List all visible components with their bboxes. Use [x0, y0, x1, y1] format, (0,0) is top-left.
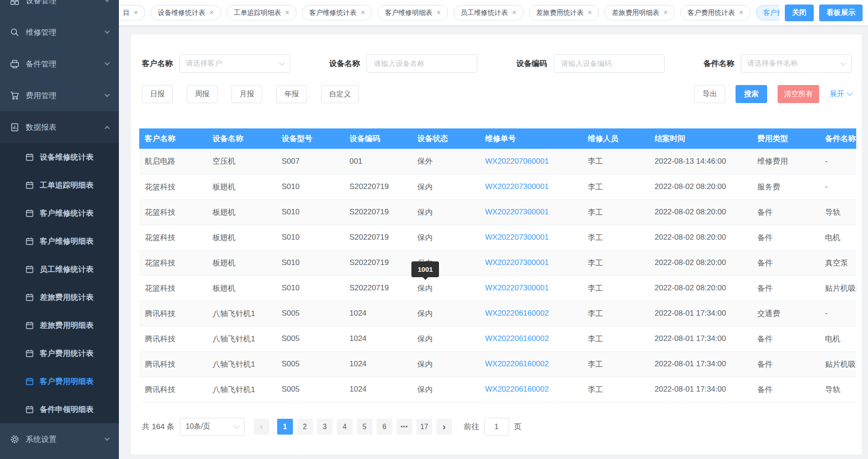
table-header-cell: 维修单号 [480, 128, 582, 149]
page-button[interactable]: 1 [277, 419, 293, 435]
select-placeholder: 请选择备件名称 [747, 59, 841, 68]
code-cell: S20220719 [344, 225, 412, 250]
sidebar-subitem[interactable]: 客户维修统计表 [0, 199, 119, 227]
sidebar-subitem[interactable]: 工单追踪明细表 [0, 171, 119, 199]
tab[interactable]: 客户费用统计表× [680, 5, 750, 20]
model-cell: S007 [276, 149, 344, 174]
model-cell: S010 [276, 174, 344, 199]
report-range-button[interactable]: 年报 [276, 85, 307, 103]
sidebar-subitem[interactable]: 差旅费用统计表 [0, 283, 119, 311]
sidebar-item-repair[interactable]: 维修管理 [0, 16, 119, 48]
sidebar-item-reports[interactable]: 数据报表 [0, 111, 119, 143]
prev-page-button[interactable]: ‹ [254, 419, 269, 435]
tab[interactable]: 目× [120, 5, 145, 20]
tab-close-icon[interactable]: × [436, 9, 440, 16]
tab[interactable]: 差旅费用统计表× [529, 5, 599, 20]
sidebar-subitem-label: 备件申领明细表 [40, 404, 94, 415]
table-wrap: 客户名称 设备名称 设备型号 设备编码 设备状态 维修单号 维修人员 结案时间 … [139, 128, 856, 402]
page-button[interactable]: 3 [317, 419, 333, 435]
board-view-button[interactable]: 看板展示 [819, 5, 863, 21]
tab-close-icon[interactable]: × [512, 9, 516, 16]
page-button[interactable]: 17 [416, 419, 432, 435]
expand-toggle[interactable]: 展开 [830, 90, 852, 99]
order-cell: WX202207300001 [480, 174, 582, 199]
calendar-icon [25, 265, 34, 274]
part-cell: - [820, 174, 856, 199]
table-row: 花篮科技板翅机S010S20220719保内WX202207300001李工20… [139, 225, 856, 250]
page-button[interactable]: ••• [396, 419, 412, 435]
sidebar-item-settings[interactable]: 系统设置 [0, 423, 119, 455]
worker-cell: 李工 [582, 174, 649, 199]
app-root: 设备管理 维修管理 备件管理 费用管理 数据报表 [0, 0, 868, 459]
table-header-cell: 设备状态 [412, 128, 480, 149]
repair-order-link[interactable]: WX202207300001 [485, 208, 549, 216]
sidebar-item-spares[interactable]: 备件管理 [0, 48, 119, 80]
export-button[interactable]: 导出 [694, 85, 725, 103]
tab-close-icon[interactable]: × [285, 9, 289, 16]
sidebar-subitem[interactable]: 客户费用统计表 [0, 339, 119, 367]
sidebar-item-costs[interactable]: 费用管理 [0, 80, 119, 111]
customer-cell: 花篮科技 [139, 174, 207, 199]
repair-order-link[interactable]: WX202207300001 [485, 258, 549, 267]
order-cell: WX202206160002 [480, 351, 582, 377]
tab-label: 工单追踪明细表 [234, 9, 281, 17]
tab[interactable]: 客户维修统计表× [302, 5, 372, 20]
goto-page-input[interactable] [484, 418, 509, 436]
page-button[interactable]: 2 [297, 419, 313, 435]
page-button[interactable]: 4 [337, 419, 353, 435]
sidebar-subitem[interactable]: 备件申领明细表 [0, 395, 119, 423]
tab-close-icon[interactable]: × [134, 9, 138, 16]
repair-order-link[interactable]: WX202206160002 [485, 334, 549, 343]
device-name-input[interactable] [373, 59, 471, 68]
next-page-button[interactable]: › [436, 419, 452, 435]
page-button[interactable]: 6 [377, 419, 392, 435]
tab[interactable]: 客户维修明细表× [377, 5, 448, 20]
report-range-button[interactable]: 周报 [187, 85, 217, 103]
repair-order-link[interactable]: WX202206160002 [485, 385, 549, 393]
report-range-button[interactable]: 自定义 [321, 85, 359, 103]
filter-part-name: 备件名称 请选择备件名称 [703, 54, 852, 73]
customer-select[interactable]: 请选择客户 [179, 54, 290, 73]
repair-order-link[interactable]: WX202207300001 [485, 182, 549, 191]
goto-label: 前往 [464, 421, 479, 432]
page-button[interactable]: 5 [357, 419, 373, 435]
tab-close-icon[interactable]: × [209, 9, 213, 16]
clear-all-button[interactable]: 清空所有 [778, 85, 819, 103]
tab[interactable]: 差旅费用明细表× [604, 5, 675, 20]
tab[interactable]: 客户费用明细表× [756, 5, 779, 20]
tab-close-icon[interactable]: × [361, 9, 365, 16]
page-size-select[interactable]: 10条/页 [180, 418, 245, 436]
code-cell: 1024 [344, 326, 412, 351]
tab[interactable]: 工单追踪明细表× [226, 5, 297, 20]
tab-label: 目 [123, 9, 130, 17]
repair-order-link[interactable]: WX202206160002 [485, 309, 549, 317]
search-button[interactable]: 搜索 [736, 85, 767, 103]
tab-close-icon[interactable]: × [739, 9, 743, 16]
chevron-down-icon [847, 90, 853, 96]
chevron-down-icon [104, 60, 109, 65]
report-range-button[interactable]: 月报 [231, 85, 262, 103]
report-range-button[interactable]: 日报 [142, 85, 173, 103]
customer-cell: 航启电路 [139, 149, 207, 174]
filter-device-name: 设备名称 [329, 54, 477, 73]
sidebar-subitem[interactable]: 客户维修明细表 [0, 227, 119, 255]
expand-label: 展开 [830, 90, 844, 99]
sidebar-subitem[interactable]: 差旅费用明细表 [0, 311, 119, 339]
tab-close-icon[interactable]: × [663, 9, 667, 16]
repair-order-link[interactable]: WX202206160002 [485, 360, 549, 368]
sidebar-subitem-label: 客户费用明细表 [40, 376, 94, 387]
close-tabs-button[interactable]: 关闭 [785, 5, 814, 21]
repair-order-link[interactable]: WX202207300001 [485, 284, 549, 292]
repair-order-link[interactable]: WX202207060001 [485, 157, 549, 166]
tab[interactable]: 设备维修统计表× [151, 5, 221, 20]
status-cell: 保内 [412, 301, 480, 326]
part-name-select[interactable]: 请选择备件名称 [741, 54, 852, 73]
tab[interactable]: 员工维修统计表× [453, 5, 524, 20]
tab-close-icon[interactable]: × [588, 9, 592, 16]
repair-order-link[interactable]: WX202207300001 [485, 233, 549, 241]
device-code-input[interactable] [560, 59, 658, 68]
sidebar-subitem[interactable]: 客户费用明细表 [0, 367, 119, 395]
sidebar-subitem[interactable]: 员工维修统计表 [0, 255, 119, 283]
sidebar-subitem[interactable]: 设备维修统计表 [0, 143, 119, 171]
sidebar-item-equipment[interactable]: 设备管理 [0, 0, 119, 16]
